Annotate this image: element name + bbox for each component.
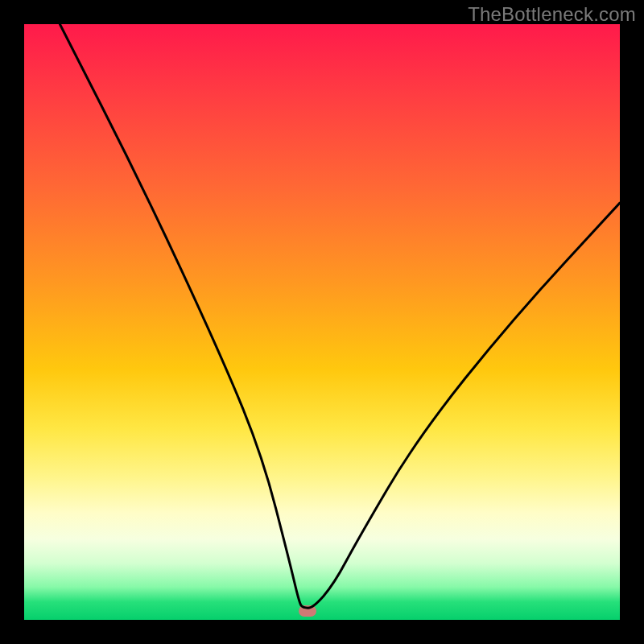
chart-frame: TheBottleneck.com — [0, 0, 644, 644]
bottleneck-curve-path — [60, 24, 620, 608]
plot-area — [24, 24, 620, 620]
watermark-text: TheBottleneck.com — [468, 3, 636, 26]
curve-svg — [24, 24, 620, 620]
